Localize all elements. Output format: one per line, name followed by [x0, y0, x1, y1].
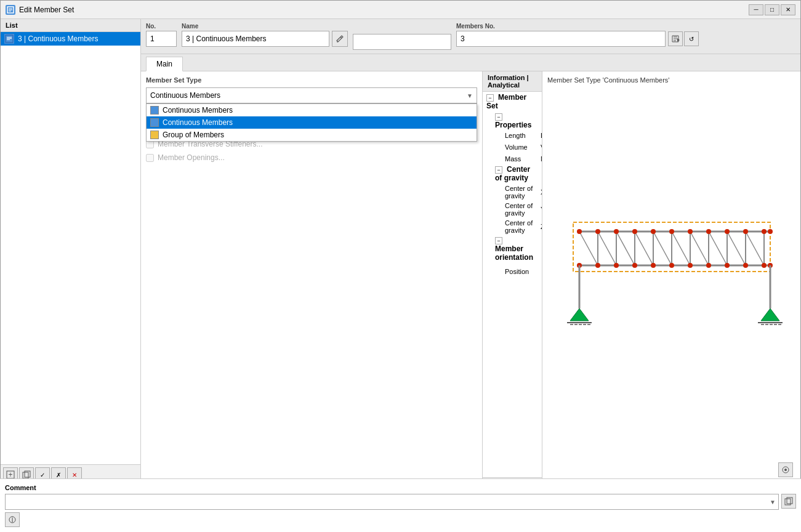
extra-field — [353, 23, 451, 50]
xc-label: Center of gravity — [483, 183, 537, 201]
dropdown-option-continuous-selected[interactable]: Continuous Members — [147, 116, 477, 129]
member-set-type-dropdown-wrapper: Continuous Members ▼ Continuous Members … — [146, 87, 477, 103]
svg-point-56 — [614, 263, 619, 268]
xc-symbol: Xc — [537, 183, 542, 201]
yc-label: Center of gravity — [483, 201, 537, 218]
info-panel: Information | Analytical − Member Set — [483, 71, 542, 485]
svg-point-43 — [595, 229, 600, 234]
svg-point-48 — [688, 229, 693, 234]
openings-checkbox[interactable] — [146, 154, 154, 162]
table-row-cog-section: − Center of gravity — [483, 164, 542, 183]
list-item-text: 3 | Continuous Members — [18, 34, 99, 43]
dropdown-selected-value: Continuous Members — [150, 91, 220, 100]
diagram-settings-button[interactable] — [778, 462, 793, 477]
list-area: 3 | Continuous Members — [1, 32, 140, 464]
svg-point-55 — [595, 263, 600, 268]
position-symbol — [537, 263, 542, 280]
option-label-group: Group of Members — [163, 131, 224, 139]
right-panel: Member Set Type 'Continuous Members' — [542, 71, 800, 485]
info-table: − Member Set − Properties — [483, 92, 542, 280]
info-header: Information | Analytical — [483, 71, 542, 92]
extra-input[interactable] — [353, 34, 451, 50]
table-row-mass: Mass M 47.3 lb — [483, 154, 542, 164]
table-row-position: Position On axis X of glol — [483, 263, 542, 280]
svg-rect-5 — [7, 37, 12, 38]
minimize-button[interactable]: ─ — [749, 4, 763, 15]
volume-label: Volume — [483, 140, 537, 154]
header-row: No. Name Members — [141, 19, 800, 54]
close-button[interactable]: ✕ — [781, 4, 795, 15]
svg-point-57 — [632, 263, 637, 268]
config-panel: Member Set Type Continuous Members ▼ Con… — [141, 71, 483, 485]
option-icon-blue-selected — [150, 118, 159, 127]
svg-rect-7 — [7, 39, 10, 40]
orientation-label: Member orientation — [495, 244, 533, 262]
no-label: No. — [146, 23, 177, 30]
svg-point-62 — [725, 263, 730, 268]
svg-point-42 — [577, 229, 582, 234]
no-field: No. — [146, 23, 177, 50]
mass-symbol: M — [537, 154, 542, 164]
svg-rect-6 — [7, 38, 12, 39]
expand-properties-icon[interactable]: − — [495, 113, 502, 121]
svg-line-34 — [616, 232, 635, 265]
members-refresh-button[interactable]: ↺ — [684, 31, 699, 46]
dropdown-list: Continuous Members Continuous Members Gr… — [146, 103, 477, 142]
svg-point-45 — [632, 229, 637, 234]
svg-point-49 — [706, 229, 711, 234]
yc-symbol: Yc — [537, 201, 542, 218]
svg-point-61 — [706, 263, 711, 268]
table-row-length: Length L 10.00 ft — [483, 131, 542, 140]
edit-name-button[interactable] — [332, 31, 348, 47]
svg-line-37 — [672, 232, 690, 265]
dropdown-option-group[interactable]: Group of Members — [147, 129, 477, 141]
svg-point-52 — [762, 229, 767, 234]
table-row-properties: − Properties — [483, 111, 542, 131]
properties-label: Properties — [495, 121, 531, 129]
dropdown-option-continuous[interactable]: Continuous Members — [147, 104, 477, 116]
expand-member-set-icon[interactable]: − — [486, 94, 494, 102]
svg-point-58 — [651, 263, 656, 268]
members-no-input[interactable] — [456, 31, 666, 47]
svg-point-60 — [688, 263, 693, 268]
members-select-button[interactable] — [668, 31, 683, 46]
svg-line-39 — [709, 232, 727, 265]
svg-line-32 — [579, 232, 598, 265]
svg-line-38 — [690, 232, 709, 265]
table-row-yc: Center of gravity Yc 0.00 ft — [483, 201, 542, 218]
svg-point-51 — [743, 229, 748, 234]
member-set-type-label: Member Set Type — [146, 76, 477, 84]
members-no-label: Members No. — [456, 23, 699, 30]
svg-line-33 — [598, 232, 616, 265]
main-window: Edit Member Set ─ □ ✕ List 3 | Continuou… — [0, 0, 801, 532]
svg-line-35 — [635, 232, 653, 265]
expand-cog-icon[interactable]: − — [495, 166, 502, 174]
svg-line-36 — [653, 232, 672, 265]
length-symbol: L — [537, 131, 542, 140]
name-input[interactable] — [182, 31, 329, 47]
svg-text:+: + — [8, 470, 12, 479]
zc-label: Center of gravity — [483, 218, 537, 235]
svg-point-83 — [784, 469, 787, 471]
svg-point-47 — [669, 229, 674, 234]
info-scroll[interactable]: − Member Set − Properties — [483, 92, 542, 477]
diagram-label: Member Set Type 'Continuous Members' — [547, 76, 795, 84]
diagram-area — [547, 89, 795, 460]
member-set-type-dropdown[interactable]: Continuous Members ▼ — [146, 87, 477, 103]
svg-marker-68 — [570, 308, 589, 321]
openings-label: Member Openings... — [158, 153, 225, 162]
table-row-zc: Center of gravity Zc 0.00 ft — [483, 218, 542, 235]
comment-label: Comment — [141, 484, 483, 485]
expand-orientation-icon[interactable]: − — [495, 237, 502, 244]
tab-main[interactable]: Main — [146, 57, 183, 71]
name-label: Name — [182, 23, 348, 30]
volume-symbol: V — [537, 140, 542, 154]
svg-point-64 — [762, 263, 767, 268]
no-input[interactable] — [146, 31, 177, 47]
center-panel: No. Name Members — [141, 19, 800, 485]
titlebar-buttons: ─ □ ✕ — [749, 4, 795, 15]
dropdown-arrow-icon: ▼ — [467, 92, 473, 99]
maximize-button[interactable]: □ — [765, 4, 779, 15]
app-icon — [6, 5, 15, 15]
list-item[interactable]: 3 | Continuous Members — [1, 32, 140, 46]
